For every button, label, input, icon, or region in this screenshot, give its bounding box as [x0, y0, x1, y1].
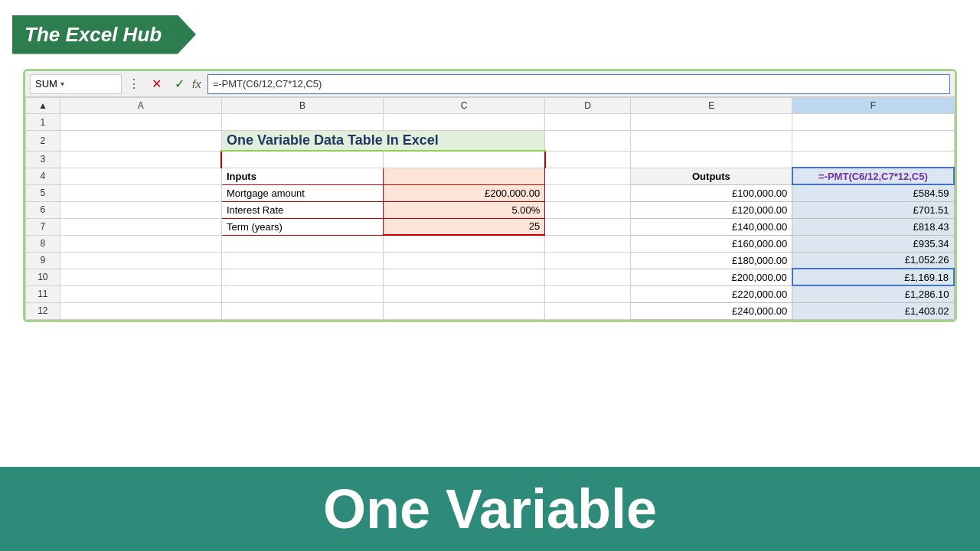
cell-A4[interactable] [60, 168, 221, 184]
name-box-dropdown-icon[interactable]: ▾ [60, 80, 64, 88]
cell-B4-inputs[interactable]: Inputs [221, 168, 383, 184]
cell-C8[interactable] [384, 235, 545, 252]
row-header-9: 9 [26, 252, 60, 269]
table-row: 8 £160,000.00 £935.34 [26, 235, 955, 252]
cancel-formula-button[interactable]: ✕ [146, 74, 166, 94]
cell-D9[interactable] [545, 252, 631, 269]
cell-C4[interactable] [384, 168, 545, 184]
cell-E4-outputs[interactable]: Outputs [631, 168, 792, 184]
name-box[interactable]: SUM ▾ [30, 74, 122, 94]
cell-B6[interactable]: Interest Rate [221, 201, 383, 218]
logo-text: The Excel Hub [24, 23, 162, 47]
cell-C6[interactable]: 5.00% [384, 201, 545, 218]
cell-A12[interactable] [60, 302, 221, 319]
cell-E3[interactable] [631, 151, 792, 168]
cell-D5[interactable] [545, 184, 631, 201]
cell-D12[interactable] [545, 302, 631, 319]
cell-F5[interactable]: £584.59 [792, 184, 954, 201]
cell-B9[interactable] [221, 252, 383, 269]
row-header-5: 5 [26, 184, 60, 201]
cell-A5[interactable] [60, 184, 221, 201]
cell-B12[interactable] [221, 302, 383, 319]
cell-F10[interactable]: £1,169.18 [792, 269, 954, 285]
cell-D3[interactable] [545, 151, 631, 168]
cell-E12[interactable]: £240,000.00 [631, 302, 792, 319]
cell-C11[interactable] [384, 285, 545, 302]
cell-F6[interactable]: £701.51 [792, 201, 954, 218]
cell-B2-title[interactable]: One Variable Data Table In Excel [221, 131, 544, 152]
cell-E5[interactable]: £100,000.00 [631, 184, 792, 201]
row-header-6: 6 [26, 201, 60, 218]
cell-E10[interactable]: £200,000.00 [631, 269, 792, 285]
formula-input[interactable] [207, 74, 950, 94]
cell-B11[interactable] [221, 285, 383, 302]
column-headers: ▲ A B C D E F [26, 98, 955, 114]
cell-C5[interactable]: £200,000.00 [384, 184, 545, 201]
cell-D11[interactable] [545, 285, 631, 302]
cell-B8[interactable] [221, 235, 383, 252]
cell-D7[interactable] [545, 218, 631, 235]
cell-A6[interactable] [60, 201, 221, 218]
cell-B3[interactable] [221, 151, 383, 168]
col-header-D[interactable]: D [545, 98, 631, 114]
col-header-B[interactable]: B [221, 98, 383, 114]
cell-D6[interactable] [545, 201, 631, 218]
cell-E8[interactable]: £160,000.00 [631, 235, 792, 252]
cell-D8[interactable] [545, 235, 631, 252]
formula-bar: SUM ▾ ⋮ ✕ ✓ fx [25, 71, 955, 97]
cell-C12[interactable] [384, 302, 545, 319]
cell-F7[interactable]: £818.43 [792, 218, 954, 235]
cell-C7[interactable]: 25 [384, 218, 545, 235]
table-row: 6 Interest Rate 5.00% £120,000.00 £701.5… [26, 201, 955, 218]
cell-E6[interactable]: £120,000.00 [631, 201, 792, 218]
cell-A2[interactable] [60, 131, 221, 152]
cell-D10[interactable] [545, 269, 631, 285]
cell-F3[interactable] [792, 151, 954, 168]
spreadsheet-container: SUM ▾ ⋮ ✕ ✓ fx ▲ A [23, 69, 957, 322]
formula-dots-icon: ⋮ [128, 77, 140, 91]
table-row: 2 One Variable Data Table In Excel [26, 131, 955, 152]
cell-C1[interactable] [384, 114, 545, 131]
cell-A7[interactable] [60, 218, 221, 235]
cell-A9[interactable] [60, 252, 221, 269]
cell-A3[interactable] [60, 151, 221, 168]
table-row: 4 Inputs Outputs =-PMT(C6/12,C7*12,C5) [26, 168, 955, 184]
cell-C9[interactable] [384, 252, 545, 269]
cell-D4[interactable] [545, 168, 631, 184]
cell-D1[interactable] [545, 114, 631, 131]
cell-D2[interactable] [545, 131, 631, 152]
cell-C10[interactable] [384, 269, 545, 285]
cell-A10[interactable] [60, 269, 221, 285]
cell-B5[interactable]: Mortgage amount [221, 184, 383, 201]
cell-F11[interactable]: £1,286.10 [792, 285, 954, 302]
name-box-value: SUM [35, 78, 57, 90]
cell-F8[interactable]: £935.34 [792, 235, 954, 252]
row-header-2: 2 [26, 131, 60, 152]
cell-F9[interactable]: £1,052.26 [792, 252, 954, 269]
col-header-C[interactable]: C [384, 98, 545, 114]
cell-E11[interactable]: £220,000.00 [631, 285, 792, 302]
cell-A8[interactable] [60, 235, 221, 252]
cell-E1[interactable] [631, 114, 792, 131]
cell-E9[interactable]: £180,000.00 [631, 252, 792, 269]
col-header-F[interactable]: F [792, 98, 954, 114]
cell-B10[interactable] [221, 269, 383, 285]
cell-F4-formula[interactable]: =-PMT(C6/12,C7*12,C5) [792, 168, 954, 184]
cell-C3[interactable] [384, 151, 545, 168]
table-row: 10 £200,000.00 £1,169.18 [26, 269, 955, 285]
cell-B1[interactable] [221, 114, 383, 131]
cell-E7[interactable]: £140,000.00 [631, 218, 792, 235]
cell-F1[interactable] [792, 114, 954, 131]
cell-E2[interactable] [631, 131, 792, 152]
cell-F2[interactable] [792, 131, 954, 152]
fx-icon: fx [192, 77, 201, 90]
col-header-E[interactable]: E [631, 98, 792, 114]
cell-A11[interactable] [60, 285, 221, 302]
confirm-formula-button[interactable]: ✓ [169, 74, 189, 94]
col-header-row: ▲ [26, 98, 60, 114]
cell-F12[interactable]: £1,403.02 [792, 302, 954, 319]
table-row: 9 £180,000.00 £1,052.26 [26, 252, 955, 269]
col-header-A[interactable]: A [60, 98, 221, 114]
cell-B7[interactable]: Term (years) [221, 218, 383, 235]
cell-A1[interactable] [60, 114, 221, 131]
